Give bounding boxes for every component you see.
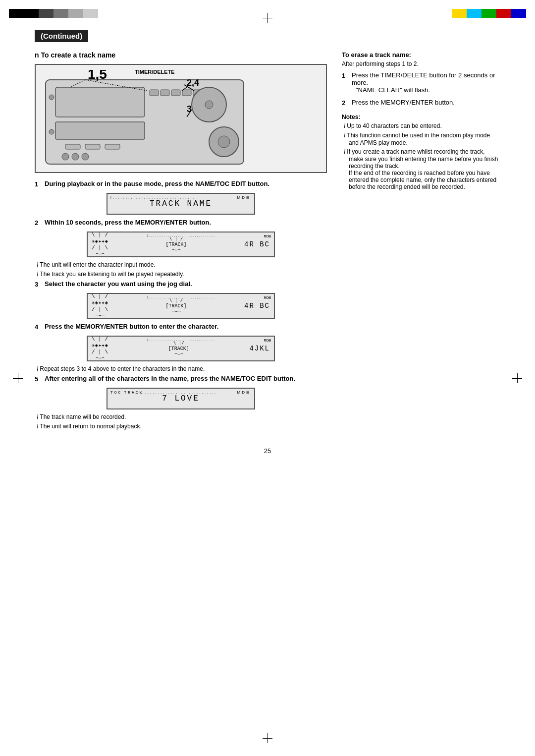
lcd4-jog-left: \ | / ✳◈✦✦◈ / | \ ⌢⌣⌢ xyxy=(92,336,108,361)
timer-delete-label: TIMER/DELETE xyxy=(135,69,175,75)
lcd5-text: 7 LOVE xyxy=(162,394,200,403)
note-2: This function cannot be used in the rand… xyxy=(342,132,500,146)
svg-rect-4 xyxy=(171,90,180,96)
lcd2-jog-center: \ | / [TRACK] ⌢⌣⌢ xyxy=(108,237,244,252)
bullet-4: The track name will be recorded. xyxy=(35,413,327,421)
step-2-content: Within 10 seconds, press the MEMORY/ENTE… xyxy=(45,219,327,226)
step-1-content: During playback or in the pause mode, pr… xyxy=(45,180,327,187)
svg-point-15 xyxy=(62,153,69,160)
erase-step-2-text: Press the MEMORY/ENTER button. xyxy=(352,99,455,106)
step-5-content: After entering all of the characters in … xyxy=(45,375,327,382)
lcd3-text: 4R BC xyxy=(244,302,270,310)
lcd1-md: MD⊞ xyxy=(237,195,251,200)
svg-rect-2 xyxy=(150,90,159,96)
main-content: (Continued) n To create a track name xyxy=(0,0,535,484)
svg-point-8 xyxy=(205,101,213,109)
step-4-row: 4 Press the MEMORY/ENTER button to enter… xyxy=(35,323,327,331)
color-bar-left xyxy=(9,9,98,18)
step-3-row: 3 Select the character you want using th… xyxy=(35,280,327,288)
color-bar-right xyxy=(452,9,526,18)
lcd4-top-indicator: l................................ xyxy=(147,338,215,342)
erase-step-1: 1 Press the TIMER/DELETE button for 2 se… xyxy=(342,71,500,94)
svg-rect-12 xyxy=(65,144,80,149)
lcd4-md: MD⊞ xyxy=(264,338,271,343)
lcd2-md: MD⊞ xyxy=(264,234,271,238)
svg-rect-5 xyxy=(182,90,191,96)
svg-rect-14 xyxy=(105,144,120,149)
device-image: 1,5 2,4 3 TIMER/DELETE xyxy=(35,64,327,173)
bullet-5: The unit will return to normal playback. xyxy=(35,423,327,430)
continued-header: (Continued) xyxy=(35,30,88,42)
crosshair-bottom xyxy=(263,733,272,743)
svg-rect-3 xyxy=(160,90,169,96)
lcd2-jog-left: \ | / ✳◈✦✦◈ / | \ ⌢⌣⌢ xyxy=(92,232,108,257)
device-svg: 1,5 2,4 3 xyxy=(41,70,249,169)
step-2-row: 2 Within 10 seconds, press the MEMORY/EN… xyxy=(35,219,327,227)
lcd5-md: MD⊞ xyxy=(237,390,251,395)
notes-box: Notes: Up to 40 characters can be entere… xyxy=(342,114,500,190)
svg-text:2,4: 2,4 xyxy=(187,78,199,88)
step-1-text: During playback or in the pause mode, pr… xyxy=(45,180,269,187)
step-2-text: Within 10 seconds, press the MEMORY/ENTE… xyxy=(45,219,211,226)
step-3-content: Select the character you want using the … xyxy=(45,280,327,288)
svg-rect-1 xyxy=(55,87,145,117)
erase-step-1-sub: "NAME CLEAR" will flash. xyxy=(352,86,430,94)
notes-title: Notes: xyxy=(342,114,500,120)
note-1: Up to 40 characters can be entered. xyxy=(342,122,500,130)
svg-rect-13 xyxy=(85,144,100,149)
crosshair-right xyxy=(512,373,522,383)
page-number: 25 xyxy=(35,447,500,455)
bullet-2: The track you are listening to will be p… xyxy=(35,271,327,278)
svg-point-11 xyxy=(49,129,54,134)
step-4-number: 4 xyxy=(35,323,43,331)
step-4-content: Press the MEMORY/ENTER button to enter t… xyxy=(45,323,327,330)
two-column-layout: n To create a track name xyxy=(35,51,500,432)
lcd5-indicator: l................................ xyxy=(132,390,217,395)
crosshair-top xyxy=(263,13,272,23)
step-1-number: 1 xyxy=(35,180,43,188)
erase-step-2-num: 2 xyxy=(342,99,350,107)
lcd2-text: 4R BC xyxy=(244,240,270,248)
svg-point-16 xyxy=(72,153,79,160)
lcd-display-5: TOC TRACK l.............................… xyxy=(107,388,255,409)
lcd3-jog-left: \ | / ✳◈✦✦◈ / | \ ⌢⌣⌢ xyxy=(92,293,108,318)
right-column: To erase a track name: After performing … xyxy=(342,51,500,432)
lcd5-toc: TOC xyxy=(110,390,122,395)
section-title: n To create a track name xyxy=(35,51,327,59)
svg-text:1,5: 1,5 xyxy=(88,70,107,82)
step-5-number: 5 xyxy=(35,375,43,383)
step-5-text: After entering all of the characters in … xyxy=(45,375,295,382)
erase-intro: After performing steps 1 to 2. xyxy=(342,60,500,67)
lcd3-md: MD⊞ xyxy=(264,295,271,300)
step-2-number: 2 xyxy=(35,219,43,227)
lcd3-jog-center: \ | / [TRACK] ⌢⌣⌢ xyxy=(108,298,244,314)
erase-step-2: 2 Press the MEMORY/ENTER button. xyxy=(342,99,500,107)
lcd-display-1: l................................ MD⊞ TR… xyxy=(107,193,255,215)
step-1-row: 1 During playback or in the pause mode, … xyxy=(35,180,327,188)
lcd1-indicator: l................................ xyxy=(110,195,196,200)
step-5-row: 5 After entering all of the characters i… xyxy=(35,375,327,383)
lcd-display-2: l................................ MD⊞ \ … xyxy=(87,232,275,257)
bullet-1: The unit will enter the character input … xyxy=(35,261,327,269)
lcd1-text: TRACK NAME xyxy=(150,199,212,208)
svg-rect-9 xyxy=(55,122,145,139)
note-3: If you create a track name whilst record… xyxy=(342,148,500,190)
step-3-number: 3 xyxy=(35,281,43,288)
erase-step-1-num: 1 xyxy=(342,72,350,79)
erase-step-1-text: Press the TIMER/DELETE button for 2 seco… xyxy=(352,71,495,86)
left-column: n To create a track name xyxy=(35,51,327,432)
step-4-text: Press the MEMORY/ENTER button to enter t… xyxy=(45,323,218,330)
lcd2-top-indicator: l................................ xyxy=(147,234,215,238)
svg-point-10 xyxy=(49,95,54,100)
svg-point-19 xyxy=(218,136,230,148)
erase-step-1-content: Press the TIMER/DELETE button for 2 seco… xyxy=(352,71,500,94)
svg-text:3: 3 xyxy=(187,104,192,114)
lcd4-text: 4JKL xyxy=(249,345,270,352)
erase-step-2-content: Press the MEMORY/ENTER button. xyxy=(352,99,500,106)
lcd-display-4: l................................ MD⊞ \ … xyxy=(87,336,275,361)
bullet-3: Repeat steps 3 to 4 above to enter the c… xyxy=(35,365,327,373)
svg-point-17 xyxy=(82,153,89,160)
lcd-display-3: l................................ MD⊞ \ … xyxy=(87,293,275,319)
crosshair-left xyxy=(13,373,23,383)
lcd3-top-indicator: l................................ xyxy=(147,295,215,299)
